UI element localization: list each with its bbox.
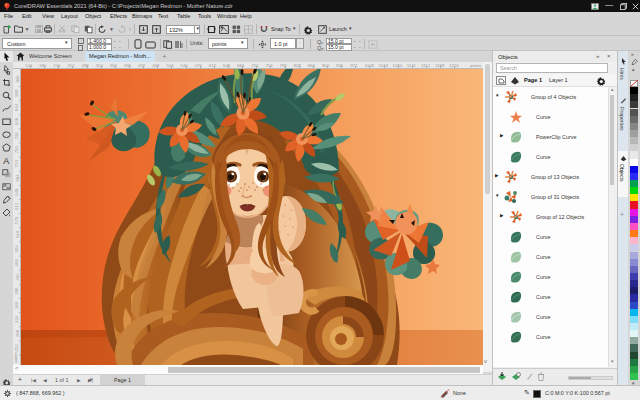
svg-text:576: 576 <box>15 216 20 224</box>
svg-text:360: 360 <box>15 301 20 309</box>
svg-text:432: 432 <box>15 273 20 281</box>
svg-text:540: 540 <box>15 230 20 238</box>
svg-text:828: 828 <box>15 117 20 125</box>
svg-text:396: 396 <box>15 287 20 295</box>
svg-text:612: 612 <box>15 202 20 210</box>
svg-text:504: 504 <box>15 245 20 253</box>
svg-text:864: 864 <box>15 103 20 111</box>
svg-text:Qₓ: Qₓ <box>317 39 323 45</box>
svg-text:900: 900 <box>15 89 20 97</box>
svg-text:points: points <box>13 351 18 362</box>
svg-text:324: 324 <box>15 315 20 323</box>
svg-text:684: 684 <box>15 174 20 182</box>
svg-text:792: 792 <box>15 131 20 139</box>
svg-text:936: 936 <box>15 75 20 83</box>
svg-text:648: 648 <box>15 188 20 196</box>
svg-text:288: 288 <box>15 329 20 337</box>
svg-text:720: 720 <box>15 160 20 168</box>
svg-text:468: 468 <box>15 259 20 267</box>
svg-text:756: 756 <box>15 146 20 154</box>
svg-text:A: A <box>3 156 9 166</box>
